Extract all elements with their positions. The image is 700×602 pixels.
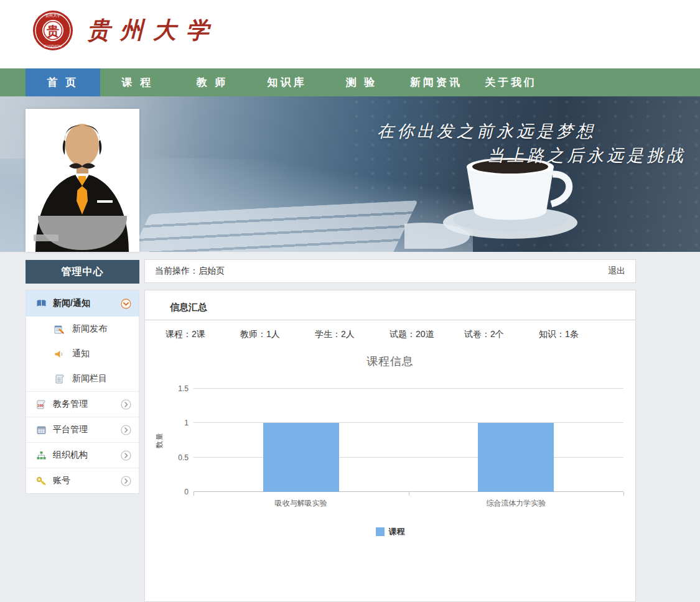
platform-icon bbox=[36, 425, 47, 435]
bar-slot bbox=[194, 389, 409, 492]
x-axis-tick bbox=[623, 492, 624, 496]
stat-teachers: 教师：1人 bbox=[240, 329, 315, 340]
summary-stats-row: 课程：2课 教师：1人 学生：2人 试题：20道 试卷：2个 知识：1条 bbox=[145, 320, 635, 340]
page: 贵 GUIZHOU 贵州大学 贵州大学 首 页 课 程 教 师 知识库 测 验 … bbox=[0, 0, 700, 602]
notice-speaker-icon bbox=[54, 349, 65, 359]
user-avatar-card bbox=[26, 109, 139, 252]
x-axis-tick bbox=[194, 492, 194, 496]
sidebar-item-label: 教务管理 bbox=[53, 399, 121, 410]
nav-item-quiz[interactable]: 测 验 bbox=[324, 68, 399, 96]
y-tick-label: 0 bbox=[164, 488, 189, 496]
sidebar-item-news-publish[interactable]: 新闻发布 bbox=[26, 317, 139, 341]
summary-title: 信息汇总 bbox=[145, 290, 635, 320]
sidebar-item-label: 通知 bbox=[72, 348, 90, 359]
stat-courses: 课程：2课 bbox=[166, 329, 240, 340]
avatar-watermark-badge bbox=[34, 234, 58, 241]
nav-item-news[interactable]: 新闻资讯 bbox=[399, 68, 474, 96]
slogan-line-2: 当上路之后永远是挑战 bbox=[377, 143, 686, 167]
stat-papers: 试卷：2个 bbox=[464, 329, 539, 340]
chart-plot: 数量 00.511.5 bbox=[194, 389, 623, 492]
sidebar-item-news-column[interactable]: 新闻栏目 bbox=[26, 366, 139, 391]
bar-slot bbox=[409, 389, 624, 492]
sidebar-item-account[interactable]: 账号 bbox=[26, 468, 139, 493]
university-name: 贵州大学 bbox=[87, 15, 219, 46]
nav-item-knowledge-base[interactable]: 知识库 bbox=[250, 68, 324, 96]
brand: 贵 GUIZHOU 贵州大学 贵州大学 bbox=[32, 10, 219, 51]
nav-item-about-us[interactable]: 关于我们 bbox=[474, 68, 548, 96]
chevron-right-circle-icon[interactable] bbox=[121, 476, 131, 486]
nav-item-teachers[interactable]: 教 师 bbox=[175, 68, 250, 96]
y-tick-label: 0.5 bbox=[164, 453, 189, 462]
x-axis-tick bbox=[409, 492, 409, 496]
academic-affairs-icon: 100 bbox=[36, 399, 47, 410]
y-tick-label: 1 bbox=[164, 419, 189, 427]
chevron-right-circle-icon[interactable] bbox=[121, 399, 131, 410]
avatar-illustration bbox=[26, 109, 139, 252]
main-nav: 首 页 课 程 教 师 知识库 测 验 新闻资讯 关于我们 bbox=[0, 68, 700, 96]
sidebar-item-platform-management[interactable]: 平台管理 bbox=[26, 417, 139, 442]
news-publish-icon bbox=[54, 324, 65, 335]
sidebar-item-academic-affairs[interactable]: 100 教务管理 bbox=[26, 391, 139, 417]
stat-questions: 试题：20道 bbox=[390, 329, 464, 340]
university-seal-logo: 贵 GUIZHOU 贵州大学 bbox=[32, 10, 73, 51]
sidebar-item-label: 平台管理 bbox=[53, 424, 121, 435]
seal-character: 贵 bbox=[46, 24, 59, 38]
chart-title: 课程信息 bbox=[145, 354, 635, 369]
legend-swatch bbox=[376, 527, 385, 536]
stat-students: 学生：2人 bbox=[315, 329, 390, 340]
current-operation-bar: 当前操作：启始页 退出 bbox=[144, 259, 636, 283]
sidebar-menu: 新闻/通知 新闻发布 通知 bbox=[26, 290, 139, 494]
slogan-line-1: 在你出发之前永远是梦想 bbox=[377, 119, 686, 143]
sidebar-item-label: 新闻/通知 bbox=[53, 298, 121, 309]
stat-knowledge: 知识：1条 bbox=[539, 329, 614, 340]
organization-icon bbox=[36, 450, 47, 461]
chevron-right-circle-icon[interactable] bbox=[121, 450, 131, 461]
bar-综合流体力学实验 bbox=[478, 423, 554, 492]
bar-吸收与解吸实验 bbox=[263, 423, 339, 492]
sidebar-item-label: 新闻发布 bbox=[72, 323, 107, 335]
chart-legend[interactable]: 课程 bbox=[145, 526, 635, 537]
svg-text:GUIZHOU: GUIZHOU bbox=[44, 44, 62, 48]
current-operation-text: 当前操作：启始页 bbox=[155, 266, 608, 277]
sidebar-title: 管理中心 bbox=[26, 260, 139, 284]
y-axis-title: 数量 bbox=[154, 432, 165, 448]
svg-text:贵州大学: 贵州大学 bbox=[45, 13, 61, 18]
x-axis-label: 综合流体力学实验 bbox=[409, 498, 624, 509]
legend-label: 课程 bbox=[389, 526, 405, 537]
sidebar-item-label: 新闻栏目 bbox=[72, 373, 107, 384]
chevron-down-circle-icon[interactable] bbox=[121, 299, 131, 309]
sidebar-item-label: 账号 bbox=[53, 475, 121, 486]
banner-slogan: 在你出发之前永远是梦想 当上路之后永远是挑战 bbox=[377, 119, 686, 167]
sidebar-item-news-notice[interactable]: 新闻/通知 bbox=[26, 290, 139, 317]
chevron-right-circle-icon[interactable] bbox=[121, 425, 131, 435]
nav-item-home[interactable]: 首 页 bbox=[26, 68, 100, 96]
site-header: 贵 GUIZHOU 贵州大学 贵州大学 bbox=[0, 0, 700, 68]
y-tick-label: 1.5 bbox=[164, 384, 189, 393]
chart-xlabels: 吸收与解吸实验综合流体力学实验 bbox=[194, 498, 623, 509]
sidebar-item-organization[interactable]: 组织机构 bbox=[26, 442, 139, 468]
svg-text:100: 100 bbox=[37, 404, 43, 407]
summary-panel: 信息汇总 课程：2课 教师：1人 学生：2人 试题：20道 试卷：2个 知识：1… bbox=[144, 290, 636, 602]
logout-button[interactable]: 退出 bbox=[608, 266, 625, 277]
nav-item-courses[interactable]: 课 程 bbox=[100, 68, 175, 96]
book-icon bbox=[36, 299, 47, 309]
sidebar-item-label: 组织机构 bbox=[53, 450, 121, 461]
sidebar-item-notice[interactable]: 通知 bbox=[26, 341, 139, 366]
account-key-icon bbox=[36, 476, 47, 486]
news-column-icon bbox=[54, 374, 65, 384]
x-axis-label: 吸收与解吸实验 bbox=[194, 498, 409, 509]
